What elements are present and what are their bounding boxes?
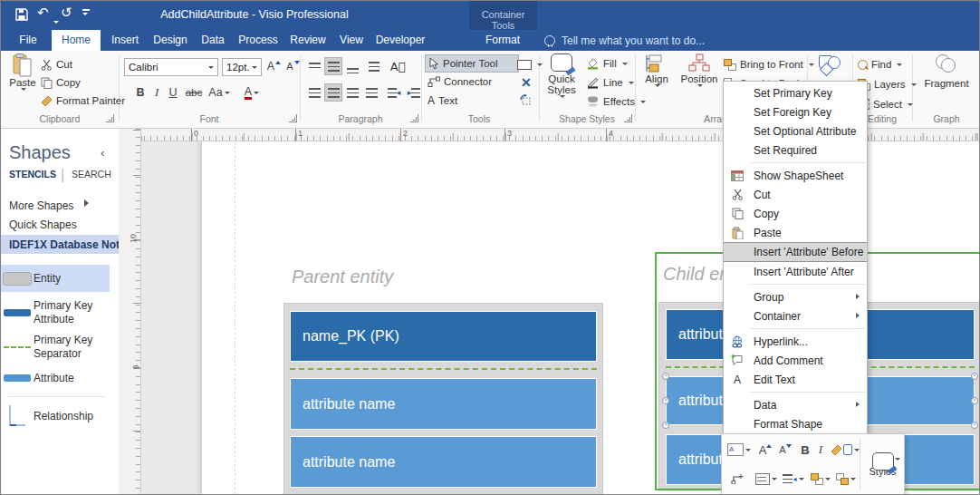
- font-size-combo[interactable]: 12pt.: [222, 58, 262, 76]
- shape-styles-dialog-launcher[interactable]: [624, 114, 632, 122]
- copy-button[interactable]: Copy: [41, 74, 81, 91]
- menu-item-container[interactable]: Container: [724, 306, 867, 325]
- rectangle-tool-button[interactable]: [517, 56, 543, 73]
- indent-mini-button[interactable]: ◂: [782, 469, 805, 489]
- menu-item-set-primary-key[interactable]: Set Primary Key: [724, 83, 867, 102]
- menu-item-show-shapesheet[interactable]: Show ShapeSheet: [724, 166, 867, 185]
- tab-data[interactable]: Data: [195, 30, 231, 51]
- undo-dropdown-icon[interactable]: [52, 12, 59, 26]
- selection-handle[interactable]: ×: [971, 397, 978, 404]
- fragment-button[interactable]: Fragment: [918, 54, 975, 89]
- tab-view[interactable]: View: [332, 30, 370, 51]
- selection-handle[interactable]: ×: [662, 422, 669, 429]
- parent-entity-title[interactable]: Parent entity: [292, 267, 393, 287]
- text-tool-button[interactable]: A Text: [428, 92, 457, 109]
- position-button[interactable]: Position: [678, 53, 720, 87]
- selection-handle[interactable]: ×: [971, 422, 978, 429]
- italic-button[interactable]: I: [149, 83, 164, 102]
- text-direction-button[interactable]: A⃕: [389, 57, 407, 75]
- bullets-button[interactable]: [365, 57, 383, 75]
- shrink-font-button[interactable]: A: [284, 57, 302, 75]
- tab-home[interactable]: Home: [52, 30, 101, 51]
- text-block-mini-button[interactable]: [754, 469, 778, 489]
- align-bottom-button[interactable]: [343, 57, 361, 75]
- stencil-shape-primary-key-attribute[interactable]: Primary Key Attribute: [1, 297, 115, 328]
- effects-button[interactable]: Effects: [586, 93, 646, 110]
- menu-item-insert-attribute-after[interactable]: Insert 'Attribute' After: [724, 262, 867, 281]
- styles-button[interactable]: Styles: [863, 438, 902, 490]
- stencil-shape-attribute[interactable]: Attribute: [1, 366, 115, 390]
- grow-font-mini-button[interactable]: A: [756, 440, 774, 460]
- find-button[interactable]: Find: [858, 56, 902, 73]
- justify-button[interactable]: [362, 83, 380, 102]
- menu-item-format-shape[interactable]: Format Shape: [724, 414, 867, 433]
- tab-stencils[interactable]: STENCILS: [9, 169, 56, 180]
- line-button[interactable]: Line: [586, 74, 634, 91]
- tab-search[interactable]: SEARCH: [72, 169, 111, 180]
- tell-me-box[interactable]: Tell me what you want to do...: [544, 33, 705, 49]
- menu-item-paste[interactable]: Paste: [724, 223, 867, 242]
- format-painter-button[interactable]: Format Painter: [41, 92, 125, 109]
- connector-button[interactable]: Connector: [428, 73, 492, 90]
- italic-mini-button[interactable]: I: [814, 440, 827, 460]
- parent-pk-separator-shape[interactable]: [290, 368, 597, 370]
- tab-format[interactable]: Format: [474, 30, 532, 51]
- tab-design[interactable]: Design: [148, 30, 193, 51]
- change-case-button[interactable]: Aa: [206, 83, 233, 102]
- send-backward-mini-button[interactable]: [834, 469, 858, 489]
- paste-button[interactable]: Paste: [6, 53, 39, 91]
- connection-point-button[interactable]: ✕: [521, 74, 532, 91]
- parent-pk-attribute-shape[interactable]: name_PK (PK): [290, 311, 597, 362]
- more-shapes-item[interactable]: More Shapes: [9, 199, 73, 212]
- bold-button[interactable]: B: [133, 83, 148, 102]
- tab-insert[interactable]: Insert: [104, 30, 146, 51]
- stencil-shape-entity[interactable]: Entity: [1, 265, 110, 292]
- selection-handle[interactable]: ×: [971, 373, 978, 380]
- active-stencil-item[interactable]: IDEF1X Database Not...: [1, 235, 119, 254]
- change-shape-button[interactable]: [811, 54, 850, 78]
- menu-item-copy[interactable]: Copy: [724, 204, 867, 223]
- increase-indent-button[interactable]: ▸: [405, 83, 423, 102]
- menu-item-set-required[interactable]: Set Required: [724, 141, 867, 160]
- collapse-panel-icon[interactable]: ‹: [101, 146, 104, 160]
- rotate-tool-button[interactable]: [519, 92, 533, 109]
- align-left-button[interactable]: [305, 83, 323, 102]
- align-top-button[interactable]: [305, 57, 323, 75]
- underline-button[interactable]: U: [166, 83, 180, 102]
- strikethrough-button[interactable]: abc: [182, 83, 206, 102]
- connector-mini-button[interactable]: [727, 469, 747, 489]
- undo-button[interactable]: ↶: [37, 5, 49, 20]
- redo-button[interactable]: ↺: [61, 5, 72, 20]
- menu-item-set-optional-attribute[interactable]: Set Optional Attribute: [724, 121, 867, 141]
- stencil-shape-relationship[interactable]: Relationship: [1, 401, 115, 432]
- menu-item-data[interactable]: Data: [724, 395, 867, 414]
- paragraph-dialog-launcher[interactable]: [410, 114, 418, 122]
- tab-developer[interactable]: Developer: [372, 30, 428, 51]
- menu-item-cut[interactable]: Cut: [724, 185, 867, 204]
- shrink-font-mini-button[interactable]: A: [776, 440, 794, 460]
- menu-item-group[interactable]: Group: [724, 287, 867, 306]
- pointer-tool-button[interactable]: Pointer Tool: [425, 54, 519, 73]
- menu-item-edit-text[interactable]: A Edit Text: [724, 370, 867, 389]
- align-button[interactable]: Align: [639, 53, 675, 87]
- menu-item-set-foreign-key[interactable]: Set Foreign Key: [724, 102, 867, 121]
- align-right-button[interactable]: [343, 83, 361, 102]
- tab-process[interactable]: Process: [233, 30, 283, 51]
- decrease-indent-button[interactable]: ◂: [385, 83, 403, 102]
- save-icon[interactable]: [15, 8, 28, 21]
- grow-font-button[interactable]: A: [265, 57, 283, 75]
- parent-attribute-shape[interactable]: attribute name: [290, 436, 597, 488]
- font-family-combo[interactable]: Calibri: [124, 58, 218, 76]
- tab-review[interactable]: Review: [285, 30, 331, 51]
- quick-shapes-item[interactable]: Quick Shapes: [9, 218, 77, 231]
- align-middle-button[interactable]: [324, 57, 342, 75]
- fill-button[interactable]: Fill: [586, 55, 628, 72]
- font-dialog-launcher[interactable]: [289, 114, 297, 122]
- parent-attribute-shape[interactable]: attribute name: [290, 378, 597, 430]
- format-painter-mini-button[interactable]: [829, 440, 843, 460]
- cut-button[interactable]: Cut: [41, 56, 72, 73]
- selection-handle[interactable]: ×: [662, 373, 669, 380]
- stencil-shape-primary-key-separator[interactable]: Primary Key Separator: [1, 332, 115, 363]
- clipboard-dialog-launcher[interactable]: [106, 114, 114, 122]
- selection-handle[interactable]: ×: [662, 397, 669, 404]
